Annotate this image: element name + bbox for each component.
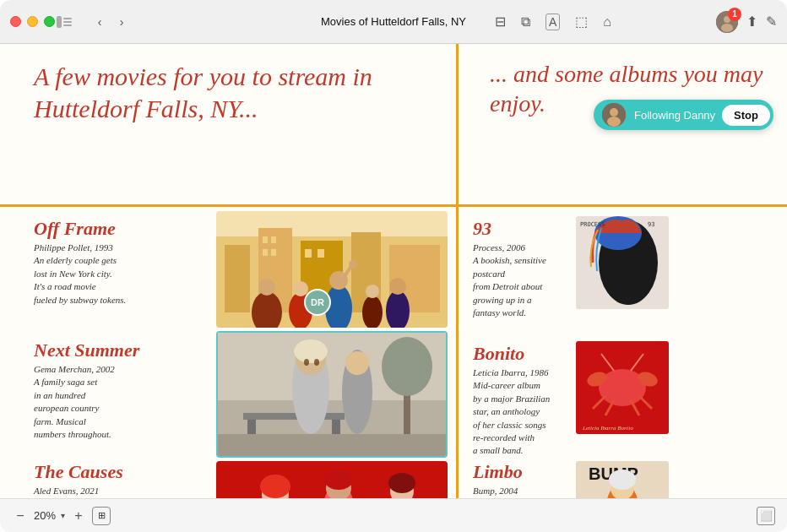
folder-icon[interactable]: ⌂: [603, 14, 611, 30]
svg-point-88: [609, 470, 636, 490]
svg-point-57: [260, 475, 290, 498]
share-button[interactable]: ⬆: [746, 14, 757, 30]
sidebar-toggle-button[interactable]: [55, 13, 73, 31]
back-button[interactable]: ‹: [90, 13, 109, 31]
svg-point-32: [366, 285, 379, 298]
svg-rect-22: [318, 249, 324, 258]
album-art-1[interactable]: Leticia Ibarra Bonito: [576, 341, 669, 434]
user-avatar-wrap: 1: [716, 11, 738, 33]
titlebar: ‹ › Movies of Hutteldorf Falls, NY ⊟ ⧉ A…: [0, 0, 787, 44]
movie-title-0: Off Frame: [34, 218, 211, 240]
image-icon[interactable]: ⬚: [575, 14, 588, 30]
nav-buttons: ‹ ›: [90, 13, 131, 31]
svg-rect-21: [305, 249, 312, 258]
forward-button[interactable]: ›: [112, 13, 131, 31]
svg-point-34: [389, 278, 406, 295]
text-icon[interactable]: A: [545, 14, 560, 30]
svg-point-44: [304, 359, 309, 366]
dr-avatar: DR: [304, 289, 331, 316]
svg-rect-17: [263, 236, 268, 243]
zoom-out-button[interactable]: −: [12, 508, 29, 524]
layers-icon[interactable]: ⧉: [521, 14, 530, 30]
svg-rect-18: [271, 236, 276, 243]
album-meta-0: Process, 2006A bookish, sensitive postca…: [473, 242, 574, 319]
album-meta-1: Leticia Ibarra, 1986Mid-career albumby a…: [473, 366, 574, 458]
fit-view-button[interactable]: ⊞: [92, 507, 111, 525]
svg-rect-3: [63, 24, 72, 26]
svg-rect-2: [63, 21, 72, 23]
album-entry-1: Bonito Leticia Ibarra, 1986Mid-career al…: [473, 343, 574, 458]
svg-text:93: 93: [648, 221, 654, 228]
movie-entry-0: Off Frame Philippe Pollet, 1993An elderl…: [34, 218, 211, 307]
zoom-in-button[interactable]: +: [70, 508, 87, 524]
maximize-button[interactable]: [44, 16, 55, 27]
following-label: Following Danny: [634, 109, 715, 122]
svg-rect-50: [218, 434, 448, 458]
svg-point-62: [324, 470, 353, 490]
svg-rect-1: [63, 18, 72, 19]
svg-point-47: [345, 351, 369, 375]
svg-point-8: [610, 108, 618, 117]
album-entry-0: 93 Process, 2006A bookish, sensitive pos…: [473, 218, 574, 319]
album-title-1: Bonito: [473, 343, 574, 365]
zoom-value: 20%: [34, 509, 56, 522]
movie-thumb-0[interactable]: [216, 211, 448, 328]
minimize-button[interactable]: [27, 16, 38, 27]
movie-title-2: The Causes: [34, 461, 211, 483]
zoom-dropdown-arrow[interactable]: ▾: [61, 511, 65, 520]
svg-point-67: [388, 473, 415, 493]
svg-rect-0: [57, 16, 62, 28]
svg-rect-19: [263, 249, 268, 256]
movie-thumb-1[interactable]: [216, 331, 448, 458]
following-banner: Following Danny Stop: [594, 100, 773, 130]
svg-point-49: [382, 337, 432, 396]
svg-point-30: [349, 260, 357, 269]
svg-point-45: [314, 359, 319, 366]
svg-rect-20: [271, 249, 276, 256]
svg-point-6: [721, 24, 733, 32]
canvas: Following Danny Stop A few movies for yo…: [0, 44, 787, 532]
svg-rect-38: [243, 413, 345, 420]
window-title: Movies of Hutteldorf Falls, NY: [321, 15, 466, 28]
stop-button[interactable]: Stop: [722, 105, 770, 126]
horizontal-divider: [0, 204, 787, 207]
album-art-0[interactable]: PROCESS 93: [576, 216, 669, 309]
notification-badge: 1: [728, 8, 741, 21]
album-title-2: Limbo: [473, 461, 574, 483]
svg-text:Leticia Ibarra Bonito: Leticia Ibarra Bonito: [582, 425, 633, 432]
zoom-controls: − 20% ▾ + ⊞: [12, 507, 111, 525]
svg-rect-12: [225, 245, 250, 312]
svg-point-43: [294, 339, 328, 363]
movie-entry-1: Next Summer Gema Merchan, 2002A family s…: [34, 339, 211, 441]
traffic-lights: [10, 16, 55, 27]
titlebar-right: 1 ⬆ ✎: [716, 11, 777, 33]
movie-meta-1: Gema Merchan, 2002A family saga setin an…: [34, 363, 211, 441]
view-icon[interactable]: ⊟: [495, 14, 506, 30]
svg-point-24: [258, 279, 275, 296]
movie-meta-0: Philippe Pollet, 1993An elderly couple g…: [34, 242, 211, 307]
following-avatar: [602, 103, 626, 127]
vertical-divider: [456, 44, 459, 532]
edit-button[interactable]: ✎: [766, 14, 777, 30]
movie-title-1: Next Summer: [34, 339, 211, 361]
close-button[interactable]: [10, 16, 21, 27]
bottom-bar: − 20% ▾ + ⊞ ⬜: [0, 498, 787, 532]
fullscreen-button[interactable]: ⬜: [757, 507, 775, 525]
album-title-0: 93: [473, 218, 574, 240]
svg-point-9: [607, 117, 621, 127]
header-left: A few movies for you to stream in Huttel…: [34, 61, 414, 124]
svg-text:PROCESS: PROCESS: [580, 221, 605, 228]
